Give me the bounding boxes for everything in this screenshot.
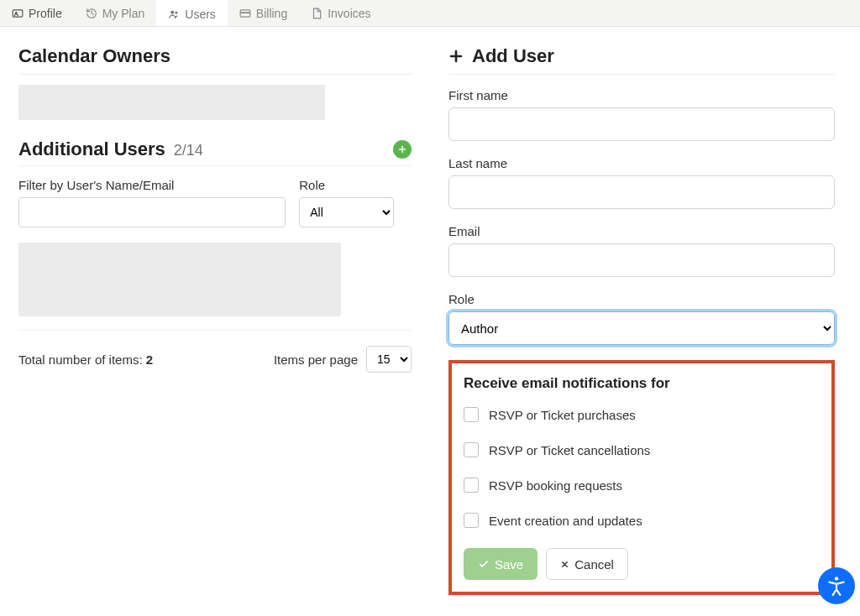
cb-row-booking-requests: RSVP booking requests [464, 478, 820, 493]
filter-role-col: Role All [299, 178, 393, 227]
cb-label: RSVP or Ticket cancellations [489, 443, 650, 457]
cb-row-rsvp-cancellations: RSVP or Ticket cancellations [464, 442, 820, 457]
last-name-input[interactable] [448, 175, 835, 209]
email-input[interactable] [448, 243, 835, 277]
filter-name-col: Filter by User's Name/Email [18, 178, 286, 227]
total-items: Total number of items: 2 [18, 352, 153, 367]
last-name-label: Last name [448, 156, 835, 170]
calendar-owners-title: Calendar Owners [18, 45, 412, 75]
main-content: Calendar Owners Additional Users 2/14 Fi… [0, 27, 860, 616]
save-label: Save [495, 557, 523, 572]
history-icon [86, 8, 97, 19]
tab-users[interactable]: Users [156, 0, 228, 26]
filter-role-select[interactable]: All [299, 197, 393, 227]
accessibility-icon [826, 575, 847, 597]
cb-label: RSVP booking requests [489, 478, 622, 493]
total-items-label: Total number of items: [18, 352, 143, 367]
tab-my-plan[interactable]: My Plan [74, 0, 157, 26]
plus-icon [397, 144, 407, 154]
tab-billing[interactable]: Billing [228, 0, 299, 26]
credit-card-icon [239, 8, 251, 19]
left-column: Calendar Owners Additional Users 2/14 Fi… [0, 27, 430, 595]
right-column: Add User First name Last name Email Role… [430, 27, 860, 595]
role-group: Role Author [448, 292, 835, 345]
per-page-select[interactable]: 15 [366, 346, 412, 373]
svg-point-3 [176, 11, 178, 13]
filter-row: Filter by User's Name/Email Role All [18, 178, 412, 227]
email-group: Email [448, 224, 835, 277]
checkbox-booking-requests[interactable] [464, 478, 479, 493]
id-card-icon [12, 8, 24, 19]
email-label: Email [448, 224, 835, 238]
owners-placeholder [18, 85, 325, 120]
users-icon [168, 8, 180, 20]
filter-name-label: Filter by User's Name/Email [18, 178, 286, 192]
cb-label: RSVP or Ticket purchases [489, 408, 636, 422]
tab-invoices[interactable]: Invoices [299, 0, 382, 26]
filter-role-label: Role [299, 178, 393, 192]
tab-label: My Plan [102, 7, 145, 20]
tab-label: Billing [256, 7, 287, 20]
accessibility-badge[interactable] [818, 567, 855, 604]
plus-icon [448, 49, 464, 64]
checkbox-rsvp-purchases[interactable] [464, 407, 479, 422]
check-icon [478, 558, 490, 570]
svg-rect-5 [240, 12, 250, 13]
per-page-label: Items per page [274, 352, 358, 367]
add-user-title: Add User [448, 45, 835, 75]
cancel-label: Cancel [574, 557, 614, 572]
checkbox-rsvp-cancellations[interactable] [464, 442, 479, 457]
save-button[interactable]: Save [464, 548, 538, 580]
checkbox-event-updates[interactable] [464, 513, 479, 528]
tab-label: Users [185, 8, 216, 21]
file-icon [311, 8, 322, 19]
per-page: Items per page 15 [274, 346, 412, 373]
tab-label: Profile [29, 7, 62, 20]
notifications-title: Receive email notifications for [464, 375, 820, 392]
additional-users-label: Additional Users [18, 138, 165, 160]
button-row: Save Cancel [464, 548, 820, 580]
last-name-group: Last name [448, 156, 835, 209]
add-additional-user-button[interactable] [393, 140, 412, 159]
filter-name-input[interactable] [18, 197, 286, 227]
svg-point-6 [835, 577, 838, 580]
first-name-label: First name [448, 88, 835, 102]
additional-users-count: 2/14 [174, 142, 203, 159]
tab-profile[interactable]: Profile [0, 0, 74, 26]
additional-users-header: Additional Users 2/14 [18, 138, 412, 166]
close-icon [560, 560, 569, 569]
first-name-group: First name [448, 88, 835, 141]
add-user-label: Add User [472, 45, 554, 67]
top-tabs: Profile My Plan Users Billing Invoices [0, 0, 860, 27]
notifications-box: Receive email notifications for RSVP or … [448, 360, 835, 595]
svg-point-2 [170, 10, 174, 13]
total-items-value: 2 [146, 352, 153, 367]
role-label: Role [448, 292, 835, 306]
cb-row-event-updates: Event creation and updates [464, 513, 820, 528]
cancel-button[interactable]: Cancel [546, 548, 628, 580]
cb-row-rsvp-purchases: RSVP or Ticket purchases [464, 407, 820, 422]
tab-label: Invoices [328, 7, 370, 20]
users-list-placeholder [18, 243, 341, 316]
first-name-input[interactable] [448, 107, 835, 141]
pager-row: Total number of items: 2 Items per page … [18, 330, 412, 373]
role-select[interactable]: Author [448, 311, 835, 345]
additional-users-title: Additional Users 2/14 [18, 138, 203, 160]
cb-label: Event creation and updates [489, 514, 642, 528]
